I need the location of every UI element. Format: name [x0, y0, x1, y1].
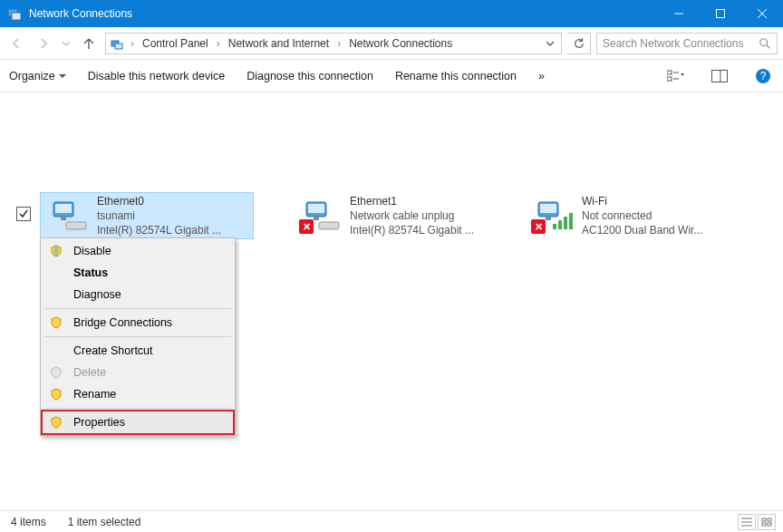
address-history-chevron[interactable] — [543, 40, 557, 47]
chevron-right-icon[interactable]: › — [214, 37, 223, 50]
menu-label: Create Shortcut — [73, 344, 224, 357]
chevron-down-icon — [59, 73, 66, 80]
breadcrumb-control-panel[interactable]: Control Panel — [139, 35, 212, 52]
help-button[interactable]: ? — [752, 65, 774, 87]
svg-rect-24 — [314, 217, 319, 220]
shield-icon — [48, 243, 64, 259]
adapter-ethernet0[interactable]: Ethernet0 tsunami Intel(R) 82574L Gigabi… — [40, 192, 254, 239]
svg-rect-31 — [564, 217, 567, 229]
rename-button[interactable]: Rename this connection — [395, 70, 517, 82]
svg-rect-30 — [558, 220, 562, 229]
menu-status[interactable]: Status — [43, 262, 233, 284]
menu-create-shortcut[interactable]: Create Shortcut — [43, 340, 233, 362]
shield-icon — [48, 414, 64, 430]
item-checkbox[interactable] — [16, 207, 31, 221]
menu-label: Status — [73, 266, 224, 279]
disable-device-button[interactable]: Disable this network device — [88, 70, 225, 82]
rename-label: Rename this connection — [395, 70, 517, 82]
maximize-button[interactable] — [700, 0, 741, 27]
minimize-button[interactable] — [658, 0, 700, 27]
preview-pane-button[interactable] — [709, 65, 730, 87]
svg-rect-3 — [717, 10, 725, 18]
status-selection: 1 item selected — [68, 516, 141, 528]
search-input[interactable]: Search Network Connections — [596, 33, 778, 54]
organize-label: Organize — [9, 70, 55, 82]
svg-rect-29 — [553, 224, 556, 229]
breadcrumb-network-connections[interactable]: Network Connections — [345, 35, 456, 52]
svg-rect-32 — [569, 213, 573, 229]
nav-row: › Control Panel › Network and Internet ›… — [0, 27, 783, 60]
svg-line-9 — [767, 44, 770, 48]
menu-delete: Delete — [43, 362, 233, 383]
recent-locations-chevron[interactable] — [60, 33, 72, 54]
adapter-ethernet1[interactable]: ✕ Ethernet1 Network cable unplug Intel(R… — [294, 192, 508, 239]
view-details-button[interactable] — [738, 514, 756, 530]
menu-label: Delete — [73, 366, 224, 379]
svg-rect-1 — [12, 13, 21, 20]
menu-label: Bridge Connections — [73, 316, 224, 329]
view-options-button[interactable] — [665, 65, 687, 87]
svg-rect-39 — [768, 523, 771, 526]
status-bar: 4 items 1 item selected — [0, 510, 783, 532]
svg-rect-27 — [540, 204, 556, 213]
svg-rect-7 — [115, 44, 122, 49]
shield-icon — [48, 386, 64, 402]
menu-label: Properties — [73, 416, 224, 429]
svg-rect-38 — [762, 523, 766, 526]
adapter-name: Ethernet1 — [350, 194, 474, 208]
content-area[interactable]: Ethernet0 tsunami Intel(R) 82574L Gigabi… — [0, 92, 783, 510]
titlebar: Network Connections — [0, 0, 783, 27]
organize-menu[interactable]: Organize — [9, 70, 66, 82]
adapter-device: Intel(R) 82574L Gigabit ... — [97, 223, 221, 237]
menu-diagnose[interactable]: Diagnose — [43, 284, 233, 305]
back-button[interactable] — [5, 33, 27, 54]
command-bar: Organize Disable this network device Dia… — [0, 60, 783, 92]
view-large-icons-button[interactable] — [758, 514, 776, 530]
menu-separator — [44, 308, 231, 309]
adapter-status: Network cable unplug — [350, 208, 474, 223]
menu-disable[interactable]: Disable — [43, 240, 233, 262]
svg-rect-36 — [762, 518, 766, 521]
menu-separator — [44, 408, 231, 409]
svg-rect-37 — [768, 518, 771, 521]
toolbar-overflow[interactable]: » — [538, 70, 545, 82]
network-adapter-icon: ✕ — [299, 198, 343, 234]
diagnose-label: Diagnose this connection — [246, 70, 373, 82]
app-icon — [7, 6, 22, 21]
search-icon — [759, 37, 771, 50]
svg-rect-23 — [308, 204, 324, 213]
error-icon: ✕ — [299, 219, 314, 234]
menu-properties[interactable]: Properties — [43, 411, 233, 433]
menu-label: Disable — [73, 245, 224, 257]
adapter-name: Ethernet0 — [97, 194, 221, 208]
menu-label: Rename — [73, 388, 224, 401]
refresh-button[interactable] — [567, 33, 591, 54]
adapter-device: AC1200 Dual Band Wir... — [582, 223, 702, 237]
forward-button[interactable] — [33, 33, 54, 54]
breadcrumb-network-internet[interactable]: Network and Internet — [225, 35, 333, 52]
menu-bridge-connections[interactable]: Bridge Connections — [43, 312, 233, 334]
up-button[interactable] — [78, 33, 100, 54]
chevron-right-icon[interactable]: › — [128, 37, 137, 50]
adapter-name: Wi-Fi — [582, 194, 702, 208]
svg-rect-14 — [712, 70, 728, 82]
window-title: Network Connections — [29, 7, 132, 20]
adapter-device: Intel(R) 82574L Gigabit ... — [350, 223, 474, 237]
status-item-count: 4 items — [11, 516, 46, 528]
menu-separator — [44, 336, 231, 337]
svg-text:?: ? — [760, 70, 767, 82]
address-bar[interactable]: › Control Panel › Network and Internet ›… — [105, 33, 562, 54]
adapter-status: tsunami — [97, 208, 221, 223]
location-icon — [110, 36, 124, 51]
chevron-right-icon[interactable]: › — [334, 37, 343, 50]
disable-device-label: Disable this network device — [88, 70, 225, 82]
shield-icon — [48, 314, 64, 331]
shield-icon — [48, 364, 64, 381]
close-button[interactable] — [741, 0, 783, 27]
svg-rect-19 — [55, 204, 72, 213]
diagnose-button[interactable]: Diagnose this connection — [246, 70, 373, 82]
menu-rename[interactable]: Rename — [43, 383, 233, 405]
adapter-wifi[interactable]: ✕ Wi-Fi Not connected AC1200 Dual Band W… — [526, 192, 740, 239]
menu-label: Diagnose — [73, 288, 224, 301]
error-icon: ✕ — [531, 219, 546, 234]
